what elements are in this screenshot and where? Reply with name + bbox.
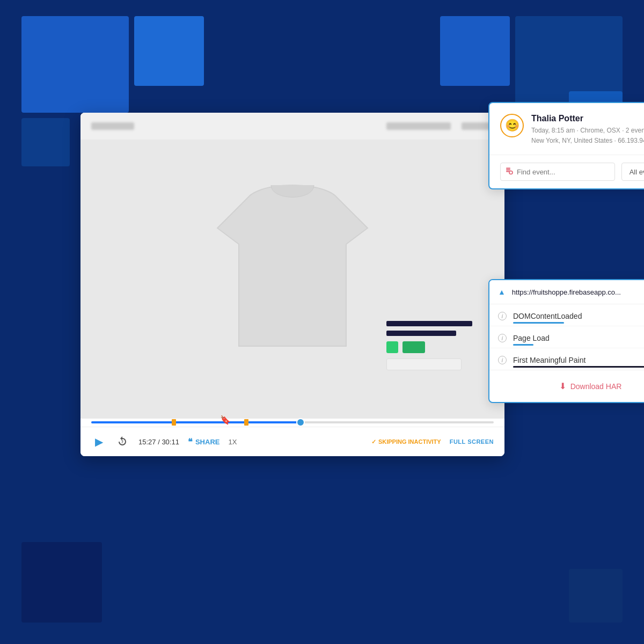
replay-button[interactable]: 7 — [115, 434, 130, 449]
network-metrics: i DOMContentLoaded 123ms i Page Load 45m… — [489, 304, 644, 370]
info-icon-pageload: i — [498, 334, 507, 342]
collapse-chevron[interactable]: ▲ — [498, 288, 506, 296]
mini-text-line-2 — [386, 331, 456, 336]
mini-dot-green — [386, 341, 398, 353]
metric-bar-dom — [513, 322, 644, 324]
timeline-marker-2 — [244, 419, 248, 426]
svg-rect-2 — [506, 170, 510, 171]
find-event-input[interactable] — [500, 163, 615, 181]
info-icon-fmp: i — [498, 356, 507, 364]
svg-text:7: 7 — [121, 440, 123, 444]
bg-rect-2 — [134, 16, 204, 86]
metric-bar-fill-dom — [513, 322, 564, 324]
avatar: 😊 — [500, 114, 524, 137]
svg-rect-3 — [506, 171, 509, 172]
network-panel: ▲ https://fruitshoppe.firebaseapp.co... … — [488, 279, 644, 403]
user-name: Thalia Potter — [531, 114, 644, 123]
metric-name-pageload: Page Load — [513, 334, 644, 342]
video-player: 🔖 ▶ 7 15:27 / 30:11 ❝ SHARE 1X ✓ — [80, 113, 504, 456]
user-header: 😊 Thalia Potter Today, 8:15 am · Chrome,… — [489, 103, 644, 155]
bg-rect-1 — [21, 16, 129, 113]
user-info-row: 😊 Thalia Potter Today, 8:15 am · Chrome,… — [500, 114, 644, 146]
svg-point-4 — [509, 171, 513, 174]
all-events-label: All events — [630, 168, 644, 176]
main-content: 🔖 ▶ 7 15:27 / 30:11 ❝ SHARE 1X ✓ — [80, 113, 564, 531]
mini-overlay — [386, 321, 483, 370]
metric-bar-fill-fmp — [513, 366, 644, 368]
bg-rect-3 — [21, 118, 70, 166]
metric-name-dom: DOMContentLoaded — [513, 312, 644, 320]
event-search-row: All events — [489, 155, 644, 188]
video-content — [80, 113, 504, 419]
download-icon: ⬇ — [559, 381, 566, 391]
timeline-thumb[interactable] — [296, 418, 305, 427]
blur-header — [80, 113, 504, 140]
timeline-progress — [91, 421, 301, 423]
network-url: https://fruitshoppe.firebaseapp.co... — [512, 288, 644, 296]
metric-row-domcontentloaded: i DOMContentLoaded 123ms — [489, 304, 644, 326]
mini-input-bar — [386, 358, 462, 370]
blur-bar-2 — [386, 122, 451, 130]
blur-bar-1 — [91, 122, 134, 130]
download-har-button[interactable]: ⬇ Download HAR — [553, 378, 628, 394]
shirt-svg — [207, 174, 378, 368]
svg-rect-1 — [506, 168, 510, 169]
skip-inactivity-toggle[interactable]: ✓ SKIPPING INACTIVITY — [371, 438, 441, 445]
user-details: Thalia Potter Today, 8:15 am · Chrome, O… — [531, 114, 644, 146]
metric-bar-pageload — [513, 344, 644, 346]
bg-rect-7 — [21, 542, 102, 623]
user-meta-line2: New York, NY, United States · 66.193.94.… — [531, 136, 644, 146]
bg-rect-5 — [440, 16, 510, 86]
timeline-bar[interactable]: 🔖 — [80, 418, 504, 427]
share-button[interactable]: ❝ SHARE — [188, 437, 220, 447]
play-button[interactable]: ▶ — [91, 434, 106, 449]
metric-bar-fill-pageload — [513, 344, 533, 346]
mini-text-line-1 — [386, 321, 472, 326]
bg-rect-8 — [569, 569, 623, 623]
speed-control[interactable]: 1X — [228, 438, 237, 446]
download-har-label: Download HAR — [570, 382, 622, 391]
search-input-wrapper[interactable] — [500, 163, 615, 181]
fullscreen-button[interactable]: FULL SCREEN — [450, 438, 494, 445]
info-icon-dom: i — [498, 312, 507, 320]
network-header: ▲ https://fruitshoppe.firebaseapp.co... … — [489, 280, 644, 304]
controls-bar: ▶ 7 15:27 / 30:11 ❝ SHARE 1X ✓ SKIPPING … — [80, 427, 504, 456]
playback-time: 15:27 / 30:11 — [138, 438, 179, 446]
timeline-marker-1 — [172, 419, 176, 426]
user-meta-line1: Today, 8:15 am · Chrome, OSX · 2 events — [531, 126, 644, 136]
search-icon — [506, 167, 513, 177]
all-events-button[interactable]: All events — [621, 163, 644, 181]
bookmark-icon: 🔖 — [220, 415, 231, 425]
mini-dot-green2 — [402, 341, 425, 353]
timeline-track[interactable]: 🔖 — [91, 421, 494, 423]
metric-bar-fmp — [513, 366, 644, 368]
mini-dots — [386, 341, 483, 353]
metric-name-fmp: First Meaningful Paint — [513, 356, 644, 364]
download-bar: ⬇ Download HAR — [489, 370, 644, 402]
user-info-panel: 😊 Thalia Potter Today, 8:15 am · Chrome,… — [488, 102, 644, 189]
metric-row-fmp: i First Meaningful Paint 678ms — [489, 348, 644, 370]
metric-row-pageload: i Page Load 45ms — [489, 326, 644, 348]
